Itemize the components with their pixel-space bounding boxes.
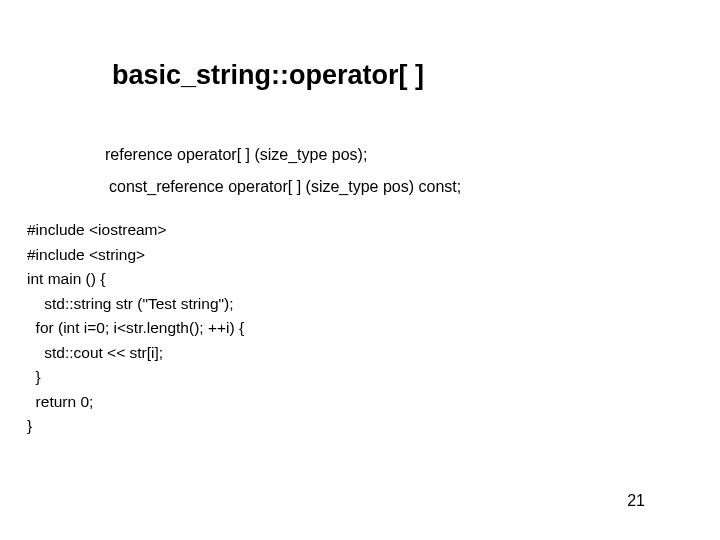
- code-block: #include <iostream> #include <string> in…: [27, 221, 244, 442]
- code-line: return 0;: [27, 393, 244, 411]
- page-number: 21: [627, 492, 645, 510]
- code-line: #include <string>: [27, 246, 244, 264]
- code-line: std::string str ("Test string");: [27, 295, 244, 313]
- code-line: }: [27, 368, 244, 386]
- slide: basic_string::operator[ ] reference oper…: [0, 0, 720, 540]
- signature-line-1: reference operator[ ] (size_type pos);: [105, 140, 461, 170]
- code-line: #include <iostream>: [27, 221, 244, 239]
- code-line: int main () {: [27, 270, 244, 288]
- slide-title: basic_string::operator[ ]: [112, 60, 424, 91]
- code-line: }: [27, 417, 244, 435]
- code-line: std::cout << str[i];: [27, 344, 244, 362]
- signature-line-2: const_reference operator[ ] (size_type p…: [109, 172, 461, 202]
- signature-block: reference operator[ ] (size_type pos); c…: [105, 140, 461, 202]
- code-line: for (int i=0; i<str.length(); ++i) {: [27, 319, 244, 337]
